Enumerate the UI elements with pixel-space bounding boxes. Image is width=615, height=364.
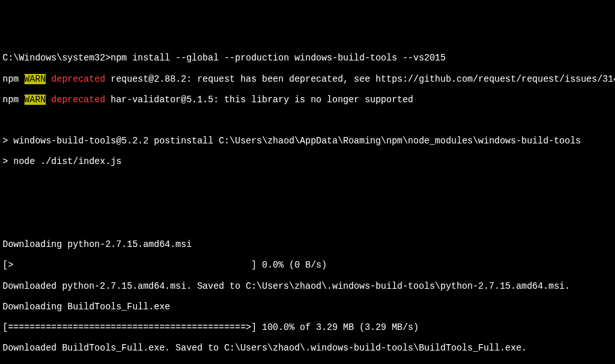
- warn-message: har-validator@5.1.5: this library is no …: [106, 95, 414, 105]
- warn-label: WARN: [24, 95, 46, 105]
- npm-prefix: npm: [3, 95, 24, 105]
- postinstall-text: windows-build-tools@5.2.2 postinstall C:…: [14, 136, 581, 146]
- npm-prefix: npm: [3, 74, 24, 84]
- progress-bar: [=======================================…: [3, 322, 612, 332]
- warn-label: WARN: [24, 74, 46, 84]
- warn-message: request@2.88.2: request has been depreca…: [106, 74, 615, 84]
- download-done: Downloaded python-2.7.15.amd64.msi. Save…: [3, 281, 612, 291]
- progress-bar: [> ] 0.0% (0 B/s): [3, 260, 612, 270]
- arrow: >: [3, 136, 14, 146]
- download-line: Downloading python-2.7.15.amd64.msi: [3, 239, 612, 250]
- deprecated-label: deprecated: [46, 74, 105, 84]
- command-text: npm install --global --production window…: [111, 53, 446, 63]
- download-line: Downloading BuildTools_Full.exe: [3, 302, 612, 312]
- prompt-path: C:\Windows\system32>: [3, 53, 111, 63]
- arrow: >: [3, 156, 14, 167]
- node-command: node ./dist/index.js: [14, 156, 122, 167]
- terminal-output[interactable]: C:\Windows\system32>npm install --global…: [3, 42, 612, 364]
- download-done: Downloaded BuildTools_Full.exe. Saved to…: [3, 343, 612, 353]
- deprecated-label: deprecated: [46, 95, 105, 105]
